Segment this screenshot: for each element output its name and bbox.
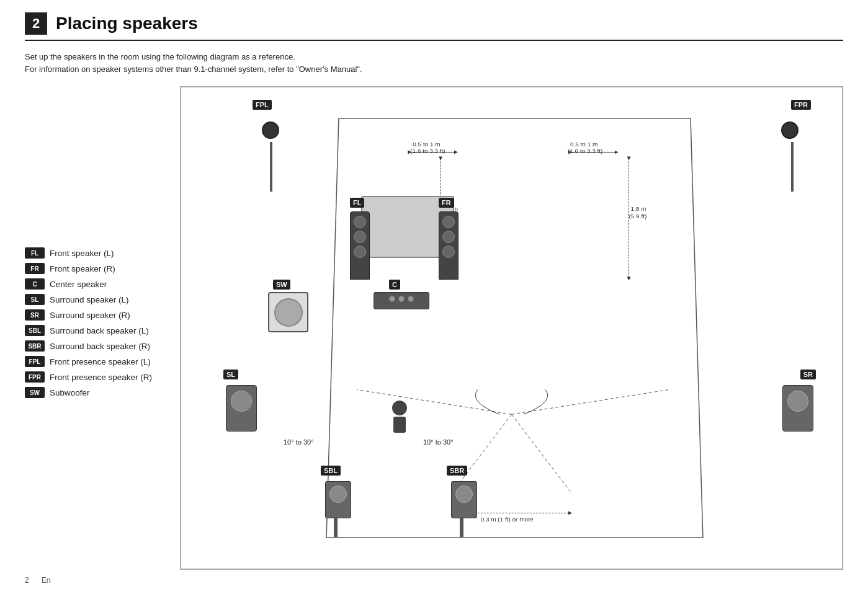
legend-badge-sl: SL bbox=[25, 294, 45, 305]
svg-line-16 bbox=[357, 389, 512, 414]
legend-item-c: C Center speaker bbox=[25, 278, 161, 290]
chapter-number: 2 bbox=[25, 12, 47, 35]
label-sr: SR bbox=[800, 370, 816, 379]
label-sbl: SBL bbox=[321, 466, 341, 476]
legend-item-fl: FL Front speaker (L) bbox=[25, 247, 161, 259]
page-title: Placing speakers bbox=[56, 14, 198, 33]
svg-text:(1.6 to 3.3 ft): (1.6 to 3.3 ft) bbox=[568, 148, 602, 154]
legend-label-c: Center speaker bbox=[50, 280, 107, 289]
legend-item-fr: FR Front speaker (R) bbox=[25, 263, 161, 274]
svg-text:0.5 to 1 m: 0.5 to 1 m bbox=[413, 141, 440, 148]
header-bar: 2 Placing speakers bbox=[25, 12, 843, 41]
label-fl: FL bbox=[350, 198, 364, 208]
legend-badge-c: C bbox=[25, 278, 45, 290]
legend-item-sl: SL Surround speaker (L) bbox=[25, 294, 161, 305]
speaker-sbl bbox=[325, 481, 351, 518]
legend-item-sr: SR Surround speaker (R) bbox=[25, 309, 161, 321]
footer-lang: En bbox=[42, 576, 51, 585]
legend-badge-sw: SW bbox=[25, 387, 45, 398]
label-sl: SL bbox=[223, 370, 238, 379]
svg-text:1.8 m: 1.8 m bbox=[631, 205, 647, 212]
legend-badge-fpl: FPL bbox=[25, 356, 45, 367]
speaker-sbr bbox=[451, 481, 477, 518]
legend-item-fpr: FPR Front presence speaker (R) bbox=[25, 371, 161, 383]
legend: FL Front speaker (L) FR Front speaker (R… bbox=[25, 247, 161, 402]
svg-line-2 bbox=[691, 118, 703, 538]
legend-item-sbl: SBL Surround back speaker (L) bbox=[25, 325, 161, 336]
legend-label-sbr: Surround back speaker (R) bbox=[50, 342, 150, 351]
speaker-sbl-stand bbox=[334, 518, 338, 537]
angle-label-left: 10° to 30° bbox=[284, 438, 314, 446]
angle-label-right: 10° to 30° bbox=[423, 438, 454, 446]
legend-item-sbr: SBR Surround back speaker (R) bbox=[25, 340, 161, 352]
label-fr: FR bbox=[439, 198, 454, 208]
svg-line-17 bbox=[512, 389, 669, 414]
legend-badge-fpr: FPR bbox=[25, 371, 45, 383]
speaker-diagram: 0.5 to 1 m (1.6 to 3.3 ft) 0.5 to 1 m (1… bbox=[180, 86, 843, 570]
content-area: FL Front speaker (L) FR Front speaker (R… bbox=[25, 86, 843, 570]
label-sw: SW bbox=[273, 280, 290, 290]
speaker-c bbox=[374, 292, 429, 309]
svg-text:(1.6 to 3.3 ft): (1.6 to 3.3 ft) bbox=[410, 148, 445, 154]
speaker-sw bbox=[268, 292, 308, 332]
speaker-sr bbox=[782, 385, 813, 432]
speaker-sl bbox=[226, 385, 257, 432]
svg-line-19 bbox=[512, 414, 571, 491]
svg-text:0.5 to 1 m: 0.5 to 1 m bbox=[570, 141, 597, 148]
legend-badge-fl: FL bbox=[25, 247, 45, 259]
speaker-fpr bbox=[781, 122, 799, 139]
speaker-fr bbox=[439, 211, 459, 280]
legend-label-sw: Subwoofer bbox=[50, 388, 90, 397]
label-sbr: SBR bbox=[447, 466, 467, 476]
svg-line-18 bbox=[453, 414, 512, 491]
speaker-fpr-stand bbox=[791, 142, 794, 192]
page-footer: 2 En bbox=[25, 576, 843, 585]
label-fpl: FPL bbox=[253, 100, 272, 110]
page: 2 Placing speakers Set up the speakers i… bbox=[0, 0, 868, 589]
speaker-fpl bbox=[262, 122, 279, 139]
legend-item-fpl: FPL Front presence speaker (L) bbox=[25, 356, 161, 367]
svg-text:(5.9 ft): (5.9 ft) bbox=[629, 213, 647, 219]
legend-label-sr: Surround speaker (R) bbox=[50, 311, 130, 320]
legend-badge-sbl: SBL bbox=[25, 325, 45, 336]
legend-label-fr: Front speaker (R) bbox=[50, 264, 115, 273]
footer-page-num: 2 bbox=[25, 576, 29, 585]
speaker-sbr-stand bbox=[460, 518, 463, 537]
legend-label-fpl: Front presence speaker (L) bbox=[50, 357, 151, 366]
subtitle-1: Set up the speakers in the room using th… bbox=[25, 52, 843, 61]
legend-badge-fr: FR bbox=[25, 263, 45, 274]
speaker-fl bbox=[350, 211, 370, 280]
legend-label-sbl: Surround back speaker (L) bbox=[50, 326, 149, 335]
legend-label-sl: Surround speaker (L) bbox=[50, 295, 129, 304]
legend-item-sw: SW Subwoofer bbox=[25, 387, 161, 398]
legend-badge-sbr: SBR bbox=[25, 340, 45, 352]
speaker-fpl-stand bbox=[270, 142, 272, 192]
svg-text:0.3 m (1 ft) or more: 0.3 m (1 ft) or more bbox=[481, 516, 534, 523]
legend-badge-sr: SR bbox=[25, 309, 45, 321]
subtitle-2: For information on speaker systems other… bbox=[25, 64, 843, 74]
person-icon bbox=[392, 401, 407, 433]
label-c: C bbox=[389, 280, 400, 290]
legend-label-fl: Front speaker (L) bbox=[50, 249, 114, 258]
label-fpr: FPR bbox=[791, 100, 811, 110]
legend-label-fpr: Front presence speaker (R) bbox=[50, 373, 152, 382]
